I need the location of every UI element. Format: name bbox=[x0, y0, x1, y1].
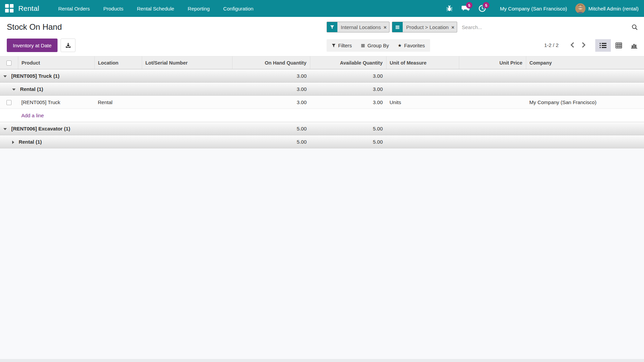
app-window: Rental Rental Orders Products Rental Sch… bbox=[0, 0, 644, 362]
stock-on-hand-table: Product Location Lot/Serial Number On Ha… bbox=[0, 56, 644, 148]
group-by-button[interactable]: Group By bbox=[356, 39, 393, 52]
group-available-qty: 5.00 bbox=[310, 135, 386, 148]
caret-down-icon[interactable] bbox=[12, 89, 16, 91]
search-options-toolbar: Filters Group By ★ Favorites bbox=[327, 39, 430, 52]
table-header-row: Product Location Lot/Serial Number On Ha… bbox=[0, 56, 644, 69]
facet-label: Product > Location × bbox=[403, 22, 457, 32]
graph-view-button[interactable] bbox=[626, 39, 642, 52]
debug-bug-icon[interactable] bbox=[442, 0, 457, 17]
export-download-icon bbox=[65, 43, 71, 48]
table-row-rent005-truck[interactable]: [RENT005] Truck Rental 3.00 3.00 Units M… bbox=[0, 96, 644, 109]
caret-down-icon[interactable] bbox=[3, 75, 7, 77]
column-header-available[interactable]: Available Quantity bbox=[310, 56, 386, 69]
group-on-hand-qty: 5.00 bbox=[232, 122, 310, 135]
group-row-rent006-excavator[interactable]: [RENT006] Excavator (1) 5.00 5.00 bbox=[0, 122, 644, 135]
activities-count-badge: 5 bbox=[483, 2, 489, 8]
user-menu[interactable]: Mitchell Admin (rental) bbox=[575, 3, 644, 14]
group-available-qty: 3.00 bbox=[310, 69, 386, 82]
top-navbar: Rental Rental Orders Products Rental Sch… bbox=[0, 0, 644, 17]
filter-icon bbox=[327, 22, 337, 32]
star-icon: ★ bbox=[398, 43, 402, 48]
column-header-unit-price[interactable]: Unit Price bbox=[459, 56, 526, 69]
search-facet-internal-locations[interactable]: Internal Locations × bbox=[327, 22, 390, 32]
pager-previous-button[interactable] bbox=[567, 40, 578, 50]
group-available-qty: 5.00 bbox=[310, 122, 386, 135]
pager-range: 1-2 / 2 bbox=[544, 42, 559, 48]
search-icon bbox=[631, 24, 638, 30]
activities-button[interactable]: 5 bbox=[474, 0, 490, 17]
cell-product[interactable]: [RENT005] Truck bbox=[18, 96, 94, 109]
cell-company[interactable]: My Company (San Francisco) bbox=[526, 96, 644, 109]
navbar-right: 5 5 My Company (San Francisco) bbox=[442, 0, 644, 17]
pivot-view-icon bbox=[616, 43, 622, 48]
export-button[interactable] bbox=[61, 39, 75, 52]
search-facet-product-location[interactable]: Product > Location × bbox=[392, 22, 457, 32]
messages-count-badge: 5 bbox=[466, 2, 472, 8]
column-header-company[interactable]: Company bbox=[526, 56, 644, 69]
favorites-button[interactable]: ★ Favorites bbox=[393, 39, 429, 52]
menu-rental-schedule[interactable]: Rental Schedule bbox=[130, 0, 181, 17]
pivot-view-button[interactable] bbox=[611, 39, 626, 52]
cell-available-qty[interactable]: 3.00 bbox=[310, 96, 386, 109]
group-row-rental-excavator[interactable]: Rental (1) 5.00 5.00 bbox=[0, 135, 644, 148]
bug-icon bbox=[446, 5, 453, 12]
column-header-uom[interactable]: Unit of Measure bbox=[386, 56, 459, 69]
chevron-right-icon bbox=[581, 42, 586, 48]
column-header-on-hand[interactable]: On Hand Quantity bbox=[232, 56, 310, 69]
group-row-rental-truck[interactable]: Rental (1) 3.00 3.00 bbox=[0, 82, 644, 96]
pager: 1-2 / 2 bbox=[544, 40, 589, 50]
menu-rental-orders[interactable]: Rental Orders bbox=[51, 0, 96, 17]
group-on-hand-qty: 3.00 bbox=[232, 82, 310, 96]
add-line-row: Add a line bbox=[0, 109, 644, 122]
filters-button[interactable]: Filters bbox=[327, 39, 356, 52]
column-header-product[interactable]: Product bbox=[18, 56, 94, 69]
facet-label: Internal Locations × bbox=[337, 22, 389, 32]
window-bottom-edge bbox=[0, 359, 644, 362]
group-by-icon bbox=[392, 22, 403, 32]
filter-icon bbox=[332, 44, 336, 48]
cell-unit-price[interactable] bbox=[459, 96, 526, 109]
column-header-location[interactable]: Location bbox=[94, 56, 142, 69]
control-panel-actions: Inventory at Date Filters Group By bbox=[0, 38, 644, 53]
group-on-hand-qty: 5.00 bbox=[232, 135, 310, 148]
inventory-at-date-button[interactable]: Inventory at Date bbox=[7, 39, 58, 52]
select-all-cell bbox=[0, 56, 18, 69]
group-by-icon bbox=[361, 44, 365, 48]
group-on-hand-qty: 3.00 bbox=[232, 69, 310, 82]
select-all-checkbox[interactable] bbox=[6, 61, 12, 66]
facet-remove-icon[interactable]: × bbox=[383, 24, 386, 30]
user-name: Mitchell Admin (rental) bbox=[589, 6, 639, 11]
column-header-lot-serial[interactable]: Lot/Serial Number bbox=[142, 56, 232, 69]
company-switcher[interactable]: My Company (San Francisco) bbox=[490, 6, 575, 11]
app-brand[interactable]: Rental bbox=[18, 4, 39, 13]
control-panel: Stock On Hand Internal Locations × Produ… bbox=[0, 17, 644, 56]
row-checkbox[interactable] bbox=[6, 100, 12, 105]
cell-lot-serial[interactable] bbox=[142, 96, 232, 109]
menu-configuration[interactable]: Configuration bbox=[217, 0, 260, 17]
search-bar: Internal Locations × Product > Location … bbox=[327, 21, 639, 33]
cell-on-hand-qty[interactable]: 3.00 bbox=[232, 96, 310, 109]
main-menu: Rental Orders Products Rental Schedule R… bbox=[51, 0, 260, 17]
apps-menu-icon[interactable] bbox=[5, 4, 14, 13]
page-title: Stock On Hand bbox=[7, 22, 62, 32]
search-input[interactable] bbox=[460, 24, 631, 30]
group-available-qty: 3.00 bbox=[310, 82, 386, 96]
cell-uom[interactable]: Units bbox=[386, 96, 459, 109]
list-view-button[interactable] bbox=[595, 39, 611, 52]
messages-button[interactable]: 5 bbox=[457, 0, 474, 17]
chevron-left-icon bbox=[570, 42, 575, 48]
pager-next-button[interactable] bbox=[578, 40, 589, 50]
add-a-line-link[interactable]: Add a line bbox=[21, 113, 44, 118]
list-view-icon bbox=[600, 43, 606, 48]
caret-right-icon[interactable] bbox=[12, 141, 14, 144]
group-row-rent005-truck[interactable]: [RENT005] Truck (1) 3.00 3.00 bbox=[0, 69, 644, 82]
user-avatar bbox=[575, 3, 585, 14]
graph-view-icon bbox=[631, 43, 638, 49]
search-button[interactable] bbox=[631, 23, 639, 32]
facet-remove-icon[interactable]: × bbox=[451, 24, 454, 30]
caret-down-icon[interactable] bbox=[3, 128, 7, 130]
menu-reporting[interactable]: Reporting bbox=[181, 0, 217, 17]
menu-products[interactable]: Products bbox=[96, 0, 130, 17]
cell-location[interactable]: Rental bbox=[94, 96, 142, 109]
view-switcher bbox=[595, 39, 642, 52]
